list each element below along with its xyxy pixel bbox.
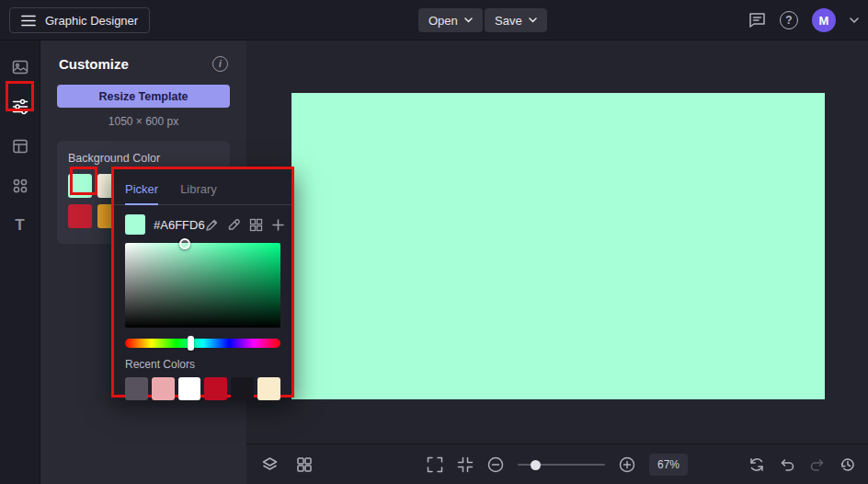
canvas-area (246, 40, 868, 444)
hue-slider[interactable] (125, 339, 280, 348)
topbar-right-group: ? M (748, 0, 859, 40)
media-image-icon (11, 58, 29, 76)
hamburger-menu-icon[interactable] (21, 15, 36, 27)
open-button-label: Open (428, 14, 458, 28)
saturation-field[interactable] (125, 243, 280, 328)
redo-icon[interactable] (809, 456, 826, 473)
recent-color-swatch[interactable] (231, 377, 254, 400)
zoom-percentage[interactable]: 67% (649, 454, 688, 476)
zoom-out-icon[interactable] (487, 456, 504, 473)
template-dimensions: 1050 × 600 px (40, 115, 246, 128)
app-title: Graphic Designer (45, 14, 138, 28)
color-picker-tabs: Picker Library (114, 177, 291, 205)
open-button[interactable]: Open (418, 8, 483, 32)
zoom-in-icon[interactable] (619, 456, 635, 473)
resize-template-button[interactable]: Resize Template (57, 85, 230, 108)
undo-icon[interactable] (779, 456, 795, 473)
save-button-label: Save (495, 14, 522, 28)
app-window: Graphic Designer Open Save ? M (0, 0, 868, 484)
history-icon[interactable] (839, 456, 856, 473)
add-color-icon[interactable] (271, 218, 285, 232)
feedback-chat-icon[interactable] (748, 12, 766, 29)
panel-title: Customize (59, 56, 129, 72)
customize-sliders-icon (11, 98, 29, 116)
info-icon[interactable]: i (212, 56, 228, 72)
eyedropper-icon[interactable] (227, 218, 241, 232)
current-color-swatch (125, 214, 145, 235)
tool-rail: T (0, 40, 40, 484)
color-picker-popup: Picker Library #A6FFD6 (111, 167, 294, 398)
chevron-down-icon (529, 17, 537, 23)
hex-value-input[interactable]: #A6FFD6 (154, 218, 205, 232)
recent-color-swatch[interactable] (178, 377, 201, 400)
sidebar-item-customize[interactable] (6, 93, 35, 121)
sidebar-item-graphics[interactable] (6, 172, 35, 200)
background-color-label: Background Color (68, 152, 219, 165)
sidebar-item-templates[interactable] (6, 133, 35, 160)
fullscreen-icon[interactable] (427, 456, 443, 473)
chevron-down-icon (464, 17, 473, 23)
recent-colors-label: Recent Colors (125, 358, 280, 371)
sidebar-item-media[interactable] (6, 53, 35, 81)
bottom-toolbar: 67% (246, 444, 868, 484)
help-icon[interactable]: ? (780, 11, 798, 29)
background-swatch[interactable] (68, 174, 92, 198)
avatar[interactable]: M (812, 8, 836, 32)
templates-icon (11, 137, 29, 156)
top-bar: Graphic Designer Open Save ? M (0, 0, 868, 40)
zoom-slider[interactable] (518, 458, 605, 471)
recent-color-swatch[interactable] (125, 377, 148, 400)
sidebar-item-text[interactable]: T (6, 212, 35, 239)
save-button[interactable]: Save (485, 8, 547, 32)
fit-to-screen-icon[interactable] (457, 456, 474, 473)
zoom-slider-knob[interactable] (531, 460, 541, 470)
main-menu-button[interactable]: Graphic Designer (9, 7, 150, 33)
color-grid-icon[interactable] (249, 218, 263, 232)
hue-slider-handle[interactable] (188, 336, 194, 351)
brush-icon[interactable] (205, 218, 219, 232)
background-swatch[interactable] (68, 204, 92, 228)
recent-color-swatch[interactable] (257, 377, 280, 400)
tab-library[interactable]: Library (180, 177, 217, 204)
artboard[interactable] (291, 93, 825, 399)
refresh-icon[interactable] (748, 456, 765, 473)
graphics-shapes-icon (11, 177, 29, 195)
saturation-handle[interactable] (179, 238, 190, 249)
account-chevron-down-icon[interactable] (850, 17, 859, 23)
recent-color-swatch[interactable] (152, 377, 175, 400)
recent-color-swatch[interactable] (204, 377, 227, 400)
text-tool-icon: T (15, 216, 24, 235)
tab-picker[interactable]: Picker (125, 177, 158, 205)
